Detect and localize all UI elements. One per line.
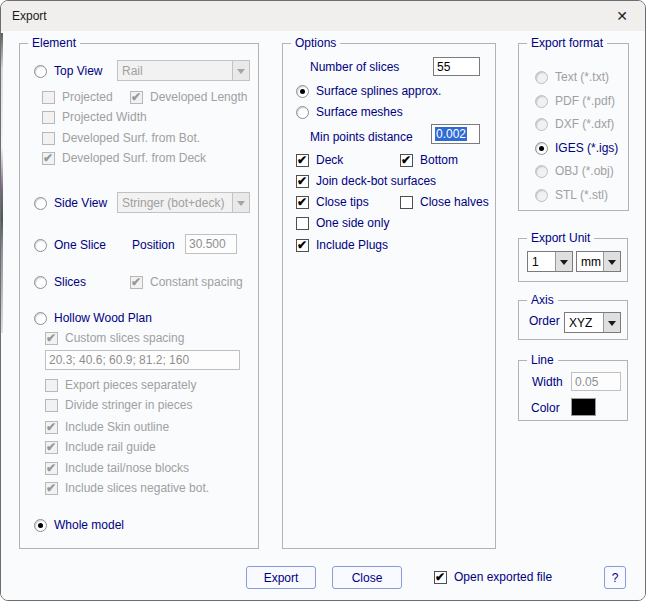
open-exported-checkbox[interactable]: [434, 571, 447, 584]
format-obj-radio-row: OBJ (*.obj): [535, 164, 614, 178]
top-view-label: Top View: [54, 64, 102, 78]
close-button[interactable]: Close: [332, 566, 402, 589]
close-tips-checkbox[interactable]: [296, 196, 309, 209]
export-button[interactable]: Export: [246, 566, 316, 589]
options-group: Options Number of slices 55 Surface spli…: [282, 43, 496, 549]
join-deck-bot-checkbox-row: Join deck-bot surfaces: [296, 174, 436, 188]
slices-radio[interactable]: [34, 276, 47, 289]
min-points-label: Min points distance: [310, 130, 413, 144]
open-exported-label: Open exported file: [454, 570, 552, 584]
constant-spacing-checkbox: [130, 276, 143, 289]
bottom-checkbox[interactable]: [400, 154, 413, 167]
include-rail-checkbox: [45, 441, 58, 454]
deck-label: Deck: [316, 153, 343, 167]
close-window-icon[interactable]: ✕: [599, 1, 645, 31]
format-iges-radio-row: IGES (*.igs): [535, 141, 618, 155]
format-txt-label: Text (*.txt): [555, 70, 609, 84]
line-width-input: 0.05: [571, 372, 621, 391]
top-view-dropdown-value: Rail: [118, 64, 232, 78]
include-tail-checkbox-row: Include tail/nose blocks: [45, 461, 189, 475]
export-format-group: Export format Text (*.txt) PDF (*.pdf) D…: [518, 43, 629, 211]
element-group-title: Element: [28, 36, 80, 50]
developed-length-checkbox-row: Developed Length: [130, 90, 247, 104]
surface-meshes-radio-row: Surface meshes: [296, 105, 403, 119]
top-view-radio-row: Top View: [34, 64, 102, 78]
close-tips-label: Close tips: [316, 195, 369, 209]
line-group-title: Line: [527, 353, 558, 367]
join-deck-bot-label: Join deck-bot surfaces: [316, 174, 436, 188]
include-neg-checkbox: [45, 482, 58, 495]
dropdown-arrow-icon: [232, 61, 249, 80]
export-dialog: Export ✕ Element Top View Rail Projected…: [0, 0, 646, 601]
whole-model-radio[interactable]: [34, 519, 47, 532]
hollow-wood-radio[interactable]: [34, 312, 47, 325]
projected-checkbox: [42, 91, 55, 104]
options-group-title: Options: [291, 36, 340, 50]
format-pdf-radio-row: PDF (*.pdf): [535, 94, 615, 108]
side-view-dropdown: Stringer (bot+deck): [117, 192, 250, 213]
format-stl-radio: [535, 189, 548, 202]
format-obj-radio: [535, 165, 548, 178]
number-of-slices-label: Number of slices: [310, 60, 399, 74]
one-side-only-checkbox-row: One side only: [296, 216, 389, 230]
format-obj-label: OBJ (*.obj): [555, 164, 614, 178]
join-deck-bot-checkbox[interactable]: [296, 175, 309, 188]
divide-stringer-label: Divide stringer in pieces: [65, 398, 192, 412]
include-neg-label: Include slices negative bot.: [65, 481, 209, 495]
format-pdf-label: PDF (*.pdf): [555, 94, 615, 108]
top-view-radio[interactable]: [34, 65, 47, 78]
dev-surf-bot-label: Developed Surf. from Bot.: [62, 131, 200, 145]
close-halves-checkbox[interactable]: [400, 196, 413, 209]
unit-dropdown[interactable]: mm: [576, 251, 621, 272]
include-rail-checkbox-row: Include rail guide: [45, 440, 156, 454]
slices-spacing-input: 20.3; 40.6; 60.9; 81.2; 160: [45, 350, 240, 370]
include-plugs-checkbox-row: Include Plugs: [296, 238, 388, 252]
min-points-input[interactable]: 0.002: [431, 124, 480, 144]
line-width-value: 0.05: [575, 375, 598, 389]
format-iges-radio[interactable]: [535, 142, 548, 155]
position-label: Position: [132, 238, 175, 252]
side-view-dropdown-value: Stringer (bot+deck): [118, 196, 232, 210]
element-group: Element Top View Rail Projected Develope…: [19, 43, 259, 549]
open-exported-checkbox-row: Open exported file: [434, 570, 552, 584]
projected-label: Projected: [62, 90, 113, 104]
line-width-label: Width: [532, 375, 563, 389]
format-dxf-radio: [535, 118, 548, 131]
one-side-only-label: One side only: [316, 216, 389, 230]
top-view-dropdown: Rail: [117, 60, 250, 81]
dropdown-arrow-icon: [232, 193, 249, 212]
one-slice-label: One Slice: [54, 238, 106, 252]
side-view-radio-row: Side View: [34, 196, 107, 210]
line-color-swatch[interactable]: [571, 398, 596, 416]
unit-scale-dropdown[interactable]: 1: [527, 251, 573, 272]
one-side-only-checkbox[interactable]: [296, 217, 309, 230]
whole-model-radio-row: Whole model: [34, 518, 124, 532]
one-slice-radio[interactable]: [34, 239, 47, 252]
axis-order-dropdown[interactable]: XYZ: [564, 312, 621, 333]
include-neg-checkbox-row: Include slices negative bot.: [45, 481, 209, 495]
divide-stringer-checkbox-row: Divide stringer in pieces: [45, 398, 192, 412]
surface-splines-radio[interactable]: [296, 85, 309, 98]
number-of-slices-input[interactable]: 55: [433, 57, 480, 76]
help-button-label: ?: [612, 571, 619, 585]
export-pieces-checkbox: [45, 379, 58, 392]
help-button[interactable]: ?: [604, 566, 626, 589]
dropdown-arrow-icon[interactable]: [603, 313, 620, 332]
dropdown-arrow-icon[interactable]: [603, 252, 620, 271]
include-plugs-checkbox[interactable]: [296, 239, 309, 252]
divide-stringer-checkbox: [45, 399, 58, 412]
format-dxf-label: DXF (*.dxf): [555, 117, 614, 131]
constant-spacing-label: Constant spacing: [150, 275, 243, 289]
include-tail-checkbox: [45, 462, 58, 475]
background-app-sliver: [1, 33, 3, 333]
side-view-radio[interactable]: [34, 197, 47, 210]
axis-order-value: XYZ: [565, 316, 603, 330]
deck-checkbox[interactable]: [296, 154, 309, 167]
surface-meshes-radio[interactable]: [296, 106, 309, 119]
export-button-label: Export: [264, 571, 299, 585]
dev-surf-bot-checkbox: [42, 132, 55, 145]
export-unit-group: Export Unit 1 mm: [518, 238, 628, 282]
export-pieces-label: Export pieces separately: [65, 378, 196, 392]
axis-order-label: Order: [529, 314, 560, 328]
dropdown-arrow-icon[interactable]: [555, 252, 572, 271]
